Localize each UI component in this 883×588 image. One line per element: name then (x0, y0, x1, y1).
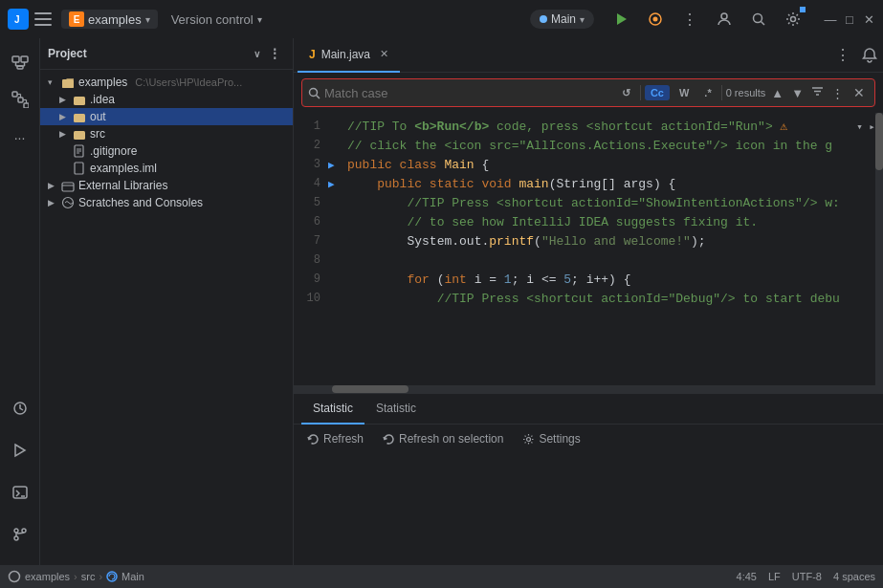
status-charset[interactable]: UTF-8 (792, 571, 822, 582)
sidebar-item-scratches[interactable]: ▶ Scratches and Consoles (40, 194, 293, 211)
hamburger-menu-icon[interactable] (34, 12, 52, 26)
svg-line-7 (762, 22, 765, 26)
branch-button[interactable]: Main ▾ (530, 10, 594, 29)
whole-word-toggle[interactable]: W (673, 85, 695, 100)
project-name-label: examples (88, 12, 142, 27)
sidebar-header: Project ∨ ⋮ (40, 38, 293, 70)
breadcrumb-examples[interactable]: examples (25, 571, 70, 582)
status-lf[interactable]: LF (768, 571, 781, 582)
debug-button[interactable] (642, 6, 669, 33)
code-line-9: 9 for (int i = 1; i <= 5; i++) { (294, 270, 883, 289)
settings-panel-btn[interactable]: Settings (517, 430, 585, 447)
project-chevron-icon: ▾ (145, 14, 150, 25)
search-results-count: 0 results (726, 87, 766, 98)
match-case-toggle[interactable]: Cc (645, 85, 670, 100)
tab-more-btn[interactable]: ⋮ (829, 46, 856, 64)
breadcrumb-main[interactable]: Main (121, 571, 144, 582)
library-icon (61, 179, 75, 192)
scratches-icon (61, 196, 75, 209)
minimize-button[interactable]: — (824, 12, 837, 26)
branch-dot-icon (540, 15, 547, 23)
refresh-icon (307, 433, 320, 446)
refresh-btn[interactable]: Refresh (301, 430, 369, 447)
search-input[interactable] (324, 86, 612, 100)
more-options-button[interactable]: ⋮ (676, 6, 703, 33)
horizontal-scrollbar[interactable] (294, 385, 883, 393)
breadcrumb-src[interactable]: src (81, 571, 96, 582)
find-search-icon (308, 87, 320, 99)
search-everywhere-button[interactable] (745, 6, 772, 33)
git-icon-btn[interactable] (3, 517, 37, 552)
main-java-tab[interactable]: J Main.java ✕ (298, 38, 400, 73)
close-button[interactable]: ✕ (862, 12, 875, 26)
search-bar: ↺ Cc W .* 0 results ▲ ▼ ⋮ ✕ (301, 78, 875, 107)
sidebar-item-gitignore[interactable]: ▶ .gitignore (40, 142, 293, 160)
out-label: out (90, 110, 106, 123)
maximize-button[interactable]: □ (843, 12, 856, 26)
status-project-icon (8, 570, 21, 583)
filter-results-btn[interactable] (809, 83, 826, 102)
sidebar-item-iml[interactable]: ▶ examples.iml (40, 160, 293, 177)
terminal-icon-btn[interactable] (3, 475, 37, 510)
svg-rect-39 (62, 183, 74, 191)
scrollbar-thumb[interactable] (875, 113, 883, 170)
svg-point-46 (527, 437, 531, 441)
breadcrumb: examples › src › Main (25, 571, 144, 582)
user-icon[interactable] (711, 6, 738, 33)
bottom-toolbar: Refresh Refresh on selection Settings (294, 425, 883, 453)
svg-rect-9 (12, 56, 19, 62)
close-search-btn[interactable]: ✕ (850, 83, 869, 102)
sidebar-more-btn[interactable]: ⋮ (264, 44, 285, 63)
sidebar-item-examples[interactable]: ▾ examples C:\Users\HP\IdeaPro... (40, 74, 293, 91)
vertical-scrollbar[interactable] (875, 113, 883, 385)
svg-rect-38 (75, 163, 83, 174)
svg-rect-15 (12, 92, 17, 97)
arrow-icon: ▶ (48, 181, 57, 190)
tab-bar: J Main.java ✕ ⋮ (294, 38, 883, 73)
code-editor[interactable]: 1 //TIP To <b>Run</b> code, press <short… (294, 113, 883, 385)
refresh-selection-icon (383, 433, 395, 446)
history-icon-btn[interactable] (3, 391, 37, 425)
statistic-tab-2[interactable]: Statistic (364, 394, 428, 425)
notification-bell-icon[interactable] (860, 46, 879, 65)
run-panel-icon-btn[interactable] (3, 433, 37, 468)
svg-point-40 (63, 198, 74, 208)
tab-close-icon[interactable]: ✕ (380, 48, 388, 60)
code-line-5: 5 //TIP Press <shortcut actionId="ShowIn… (294, 193, 883, 212)
status-indent[interactable]: 4 spaces (833, 571, 875, 582)
more-search-btn[interactable]: ⋮ (829, 84, 846, 102)
icon-bar-bottom (3, 389, 37, 561)
tab-label: Main.java (321, 48, 370, 61)
bottom-tab-bar: Statistic Statistic (294, 394, 883, 425)
refresh-on-selection-btn[interactable]: Refresh on selection (377, 430, 509, 447)
project-icon-btn[interactable] (3, 44, 37, 78)
arrow-icon: ▶ (59, 129, 69, 139)
statistic-tab-1[interactable]: Statistic (301, 394, 364, 425)
history-toggle-btn[interactable]: ↺ (616, 85, 636, 101)
svg-point-26 (14, 536, 18, 540)
project-dropdown[interactable]: E examples ▾ (61, 10, 158, 29)
arrow-icon: ▶ (59, 95, 69, 104)
status-left: examples › src › Main (8, 570, 144, 583)
next-result-btn[interactable]: ▼ (789, 84, 806, 102)
svg-point-8 (791, 17, 796, 22)
sidebar-item-idea[interactable]: ▶ .idea (40, 91, 293, 108)
code-line-7: 7 System.out.printf("Hello and welcome!"… (294, 231, 883, 250)
settings-button[interactable] (780, 6, 806, 33)
arrow-icon: ▶ (59, 112, 69, 121)
editor-area: J Main.java ✕ ⋮ ↺ Cc W (294, 38, 883, 565)
sidebar-item-src[interactable]: ▶ src (40, 125, 293, 142)
sidebar-item-out[interactable]: ▶ out (40, 108, 293, 125)
folder-icon (73, 110, 86, 123)
sidebar-item-external-libs[interactable]: ▶ External Libraries (40, 177, 293, 194)
regex-toggle[interactable]: .* (698, 85, 717, 100)
more-views-btn[interactable]: ··· (3, 120, 37, 155)
arrow-icon: ▶ (48, 198, 57, 207)
code-line-3: 3 ▶ public class Main { (294, 155, 883, 174)
run-button[interactable] (607, 6, 634, 33)
structure-icon-btn[interactable] (3, 82, 37, 117)
h-scrollbar-thumb[interactable] (332, 385, 408, 393)
version-control-label[interactable]: Version control ▾ (171, 12, 262, 27)
prev-result-btn[interactable]: ▲ (769, 84, 785, 102)
svg-point-5 (721, 13, 727, 19)
